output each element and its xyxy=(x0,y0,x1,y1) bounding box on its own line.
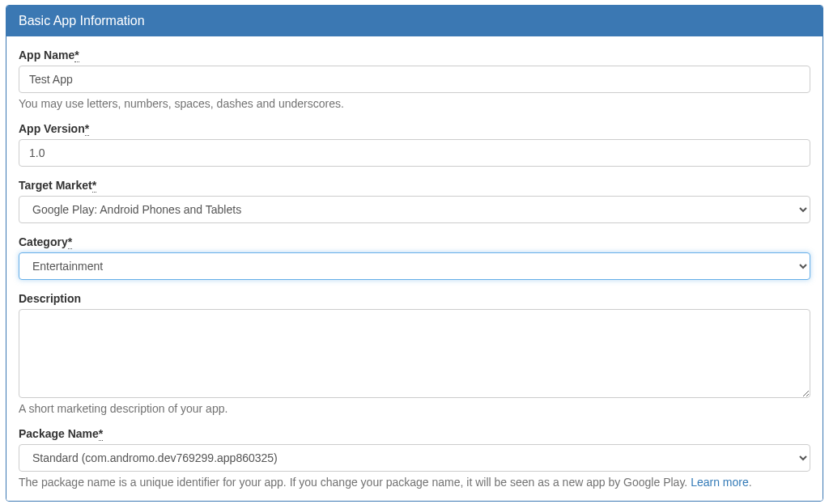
category-label: Category* xyxy=(19,235,810,248)
form-group-target-market: Target Market* Google Play: Android Phon… xyxy=(19,179,810,223)
required-mark: * xyxy=(74,49,79,62)
app-version-label: App Version* xyxy=(19,122,810,135)
panel-title: Basic App Information xyxy=(6,6,823,36)
required-mark: * xyxy=(92,179,96,193)
form-group-category: Category* Entertainment xyxy=(19,235,810,280)
app-name-input[interactable] xyxy=(19,66,810,93)
description-help: A short marketing description of your ap… xyxy=(19,402,810,415)
category-select[interactable]: Entertainment xyxy=(19,252,810,280)
app-name-label: App Name* xyxy=(19,49,810,61)
description-label-text: Description xyxy=(19,292,81,305)
form-group-app-name: App Name* You may use letters, numbers, … xyxy=(19,49,810,110)
form-group-description: Description A short marketing descriptio… xyxy=(19,292,810,415)
package-name-help: The package name is a unique identifier … xyxy=(19,476,810,489)
basic-app-info-panel: Basic App Information App Name* You may … xyxy=(6,5,823,502)
required-mark: * xyxy=(85,122,89,136)
target-market-label: Target Market* xyxy=(19,179,810,192)
target-market-select[interactable]: Google Play: Android Phones and Tablets xyxy=(19,196,810,223)
app-name-label-text: App Name xyxy=(19,49,74,61)
required-mark: * xyxy=(99,427,103,441)
required-mark: * xyxy=(68,235,72,249)
package-name-select[interactable]: Standard (com.andromo.dev769299.app86032… xyxy=(19,444,810,472)
description-label: Description xyxy=(19,292,810,305)
learn-more-link[interactable]: Learn more xyxy=(691,476,749,489)
panel-body: App Name* You may use letters, numbers, … xyxy=(6,36,823,501)
package-name-label-text: Package Name xyxy=(19,427,99,440)
app-version-input[interactable] xyxy=(19,139,810,167)
form-group-package-name: Package Name* Standard (com.andromo.dev7… xyxy=(19,427,810,489)
form-group-app-version: App Version* xyxy=(19,122,810,167)
package-name-help-text: The package name is a unique identifier … xyxy=(19,476,691,489)
app-name-help: You may use letters, numbers, spaces, da… xyxy=(19,97,810,110)
package-name-label: Package Name* xyxy=(19,427,810,440)
target-market-label-text: Target Market xyxy=(19,179,92,192)
description-textarea[interactable] xyxy=(19,309,810,398)
app-version-label-text: App Version xyxy=(19,122,85,135)
category-label-text: Category xyxy=(19,235,68,248)
